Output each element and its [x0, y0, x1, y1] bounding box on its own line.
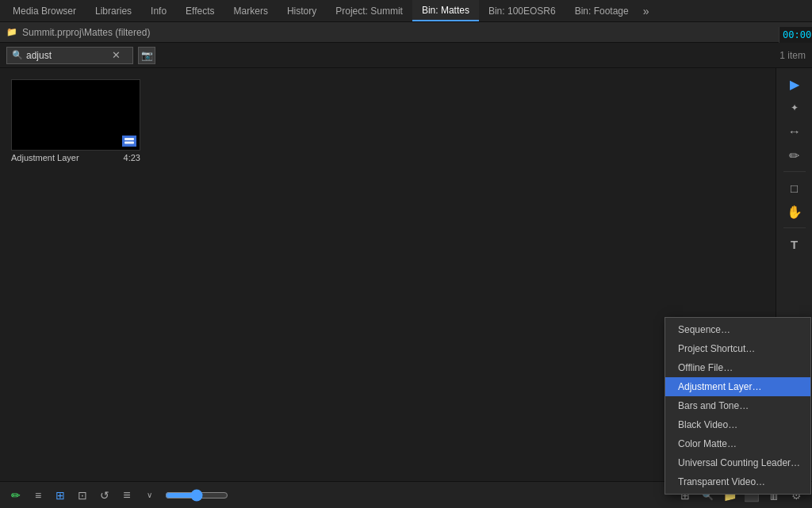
ctx-black-video[interactable]: Black Video… [665, 415, 810, 434]
tab-bin-mattes[interactable]: Bin: Mattes [412, 0, 479, 21]
pencil-tool-button[interactable]: ✏ [782, 144, 807, 166]
ctx-sequence[interactable]: Sequence… [665, 320, 810, 339]
sort-button[interactable]: ≡ [117, 486, 136, 505]
hand-tool-button[interactable]: ✋ [782, 201, 807, 223]
context-menu: Sequence… Project Shortcut… Offline File… [665, 317, 811, 495]
search-magnifier-icon: 🔍 [12, 50, 23, 60]
adjustment-layer-badge [122, 136, 136, 147]
rect-tool-button[interactable]: □ [782, 177, 807, 199]
play-tool-button[interactable]: ▶ [782, 73, 807, 95]
panel-title: Summit.prproj\Mattes (filtered) [22, 27, 150, 38]
ctx-bars-tone[interactable]: Bars and Tone… [665, 396, 810, 415]
tab-markers[interactable]: Markers [224, 0, 278, 21]
tab-bin-footage[interactable]: Bin: Footage [565, 0, 638, 21]
thumbnail [11, 79, 140, 151]
text-tool-button[interactable]: T [782, 233, 807, 255]
media-item-label: Adjustment Layer 4:23 [11, 153, 140, 162]
sort-dropdown-button[interactable]: ∨ [140, 486, 159, 505]
list-view-button[interactable]: ≡ [29, 486, 48, 505]
panel-header: 📁 Summit.prproj\Mattes (filtered) [0, 22, 812, 43]
search-bar: 🔍 ✕ 📷 1 item [0, 43, 812, 68]
ctx-color-matte[interactable]: Color Matte… [665, 434, 810, 453]
media-item-name: Adjustment Layer [11, 153, 79, 162]
trim-tool-button[interactable]: ↔ [779, 120, 809, 143]
refresh-button[interactable]: ↺ [95, 486, 114, 505]
search-input[interactable] [26, 50, 105, 61]
tab-history[interactable]: History [278, 0, 326, 21]
folder-icon: 📁 [6, 27, 17, 37]
media-item-duration: 4:23 [124, 153, 140, 162]
list-item[interactable]: Adjustment Layer 4:23 [11, 79, 140, 162]
ctx-offline-file[interactable]: Offline File… [665, 358, 810, 377]
metadata-view-button[interactable]: ⊡ [73, 486, 92, 505]
ctx-transparent-video[interactable]: Transparent Video… [665, 472, 810, 491]
svg-rect-0 [124, 138, 134, 140]
tab-project-summit[interactable]: Project: Summit [326, 0, 412, 21]
ctx-adjustment-layer[interactable]: Adjustment Layer… [665, 377, 810, 396]
tool-divider-1 [783, 171, 806, 172]
effect-tool-button[interactable]: ✦ [782, 97, 807, 119]
icon-view-button[interactable]: ⊞ [51, 486, 70, 505]
pencil-bottom-button[interactable]: ✏ [6, 486, 25, 505]
tab-libraries[interactable]: Libraries [86, 0, 141, 21]
search-box: 🔍 ✕ [6, 47, 133, 64]
thumbnail-size-slider[interactable] [165, 489, 228, 502]
svg-rect-1 [124, 142, 134, 144]
ctx-project-shortcut[interactable]: Project Shortcut… [665, 339, 810, 358]
thumbnail-size-slider-container [165, 489, 228, 502]
camera-search-icon[interactable]: 📷 [138, 47, 155, 64]
ctx-universal-counting-leader[interactable]: Universal Counting Leader… [665, 453, 810, 472]
media-panel[interactable]: Adjustment Layer 4:23 [0, 68, 776, 481]
tab-media-browser[interactable]: Media Browser [3, 0, 86, 21]
more-tabs-button[interactable]: » [638, 5, 654, 17]
top-nav: Media Browser Libraries Info Effects Mar… [0, 0, 812, 22]
clear-search-button[interactable]: ✕ [112, 49, 121, 61]
item-count-label: 1 item [779, 50, 806, 61]
tab-info[interactable]: Info [141, 0, 176, 21]
tool-divider-2 [783, 227, 806, 228]
tab-bin-100eosr6[interactable]: Bin: 100EOSR6 [479, 0, 565, 21]
tab-effects[interactable]: Effects [176, 0, 224, 21]
